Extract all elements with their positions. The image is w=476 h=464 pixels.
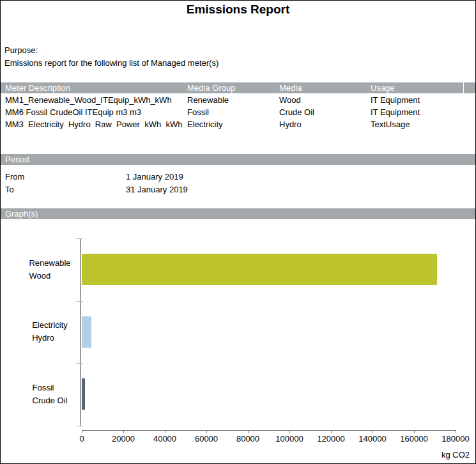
- x-axis-tick-2: [165, 430, 165, 433]
- x-axis-tick-6: [331, 430, 332, 433]
- cell-media-group: Electricity: [187, 118, 223, 130]
- graphs-header-bar: Graph(s): [1, 208, 475, 219]
- cell-media: Crude Oil: [279, 106, 314, 118]
- period-to-row: To 31 January 2019: [1, 183, 475, 196]
- x-axis-tick-label-8: 160000: [392, 434, 436, 444]
- cell-usage: IT Equipment: [371, 106, 420, 118]
- cell-media: Wood: [279, 94, 301, 106]
- meter-table-header-bar: Meter Description Media Group Media Usag…: [1, 82, 475, 93]
- cell-usage: IT Equipment: [371, 94, 420, 106]
- graphs-header-label: Graph(s): [1, 209, 38, 219]
- col-header-media-group: Media Group: [187, 82, 235, 93]
- from-label: From: [5, 171, 24, 183]
- period-header-label: Period: [1, 155, 29, 164]
- chart-bar-0: [82, 254, 437, 285]
- to-label: To: [5, 183, 14, 196]
- x-axis-tick-7: [372, 430, 373, 433]
- table-row: MM6 Fossil CrudeOil ITEquip m3 m3 Fossil…: [1, 106, 475, 118]
- col-header-meter-description: Meter Description: [5, 82, 187, 93]
- to-value: 31 January 2019: [126, 183, 188, 196]
- x-axis-tick-label-2: 40000: [142, 434, 187, 444]
- chart-category-label-text: FossilCrude Oil: [33, 382, 68, 407]
- period-header-bar: Period: [1, 154, 475, 165]
- x-axis-tick-label-0: 0: [59, 434, 104, 444]
- period-from-row: From 1 January 2019: [1, 171, 475, 183]
- chart-category-label-text: RenewableWood: [29, 257, 70, 282]
- cell-media-group: Fossil: [187, 106, 209, 118]
- x-axis-tick-0: [82, 430, 82, 433]
- col-header-usage: Usage: [371, 82, 395, 93]
- x-axis-tick-label-5: 100000: [267, 434, 312, 444]
- purpose-label: Purpose:: [4, 45, 38, 55]
- x-axis-tick-label-9: 180000: [433, 434, 476, 444]
- chart-category-label-1: ElectricityHydro: [12, 319, 88, 344]
- cell-meter-description: MM3 Electricity Hydro Raw Power kWh kWh: [5, 118, 187, 130]
- y-axis-tick-1: [76, 301, 83, 302]
- emissions-bar-chart: RenewableWoodElectricityHydroFossilCrude…: [1, 224, 475, 463]
- x-axis-tick-1: [123, 430, 124, 433]
- header-divider: [463, 82, 464, 93]
- cell-meter-description: MM6 Fossil CrudeOil ITEquip m3 m3: [5, 106, 187, 118]
- x-axis-tick-label-4: 80000: [226, 434, 270, 444]
- chart-x-axis: [82, 430, 456, 431]
- x-axis-tick-label-7: 140000: [350, 434, 395, 444]
- emissions-report-page: Emissions Report Purpose: Emissions repo…: [0, 0, 476, 464]
- purpose-text: Emissions report for the following list …: [4, 58, 219, 68]
- x-axis-title: kg CO2: [441, 450, 470, 460]
- x-axis-tick-label-6: 120000: [309, 434, 353, 444]
- table-row: MM1_Renewable_Wood_ITEquip_kWh_kWh Renew…: [1, 94, 475, 106]
- x-axis-tick-5: [289, 430, 290, 433]
- col-header-media: Media: [279, 82, 302, 93]
- y-axis-tick-0: [76, 238, 83, 239]
- x-axis-tick-4: [248, 430, 249, 433]
- from-value: 1 January 2019: [126, 171, 183, 183]
- y-axis-tick-3: [76, 426, 83, 426]
- cell-usage: TextUsage: [371, 118, 410, 130]
- cell-media-group: Renewable: [187, 94, 229, 106]
- x-axis-tick-9: [456, 430, 456, 433]
- page-title: Emissions Report: [1, 3, 475, 17]
- x-axis-tick-label-3: 60000: [184, 434, 229, 444]
- table-row: MM3 Electricity Hydro Raw Power kWh kWh …: [1, 118, 475, 130]
- chart-category-label-2: FossilCrude Oil: [12, 382, 88, 407]
- cell-meter-description: MM1_Renewable_Wood_ITEquip_kWh_kWh: [5, 94, 187, 106]
- y-axis-tick-2: [76, 363, 83, 364]
- x-axis-tick-3: [206, 430, 207, 433]
- x-axis-tick-label-1: 20000: [101, 434, 146, 444]
- chart-category-label-text: ElectricityHydro: [32, 319, 68, 344]
- x-axis-tick-8: [414, 430, 415, 433]
- chart-category-label-0: RenewableWood: [12, 257, 88, 282]
- cell-media: Hydro: [279, 118, 302, 130]
